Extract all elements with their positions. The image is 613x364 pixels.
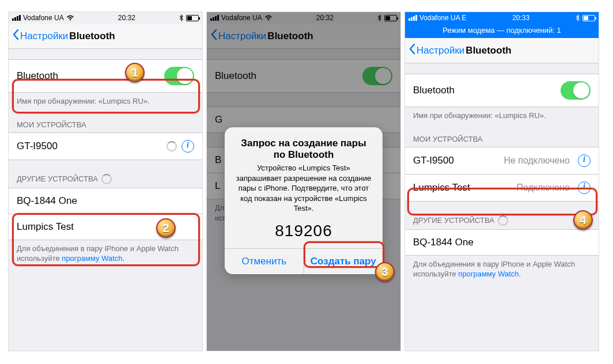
alert-title: Запрос на создание пары по Bluetooth <box>234 138 373 161</box>
bluetooth-toggle[interactable] <box>561 81 591 100</box>
pairing-alert: Запрос на создание пары по Bluetooth Уст… <box>225 127 383 274</box>
chevron-left-icon <box>12 29 19 43</box>
device-name: GT-I9500 <box>413 155 454 166</box>
status-bar: Vodafone UA 20:32 <box>9 12 202 24</box>
hotspot-banner[interactable]: Режим модема — подключений: 1 <box>405 24 599 38</box>
device-status: Подключено <box>516 183 570 193</box>
device-name: GT-I9500 <box>17 141 58 152</box>
clock-label: 20:33 <box>512 14 529 22</box>
cancel-button[interactable]: Отменить <box>225 249 304 274</box>
discoverable-footer: Имя при обнаружении: «Lumpics RU». <box>405 107 599 121</box>
bluetooth-toggle[interactable] <box>164 67 194 85</box>
spinner-icon <box>167 141 177 151</box>
other-devices-header: ДРУГИЕ УСТРОЙСТВА <box>405 215 599 229</box>
page-title: Bluetooth <box>69 31 115 42</box>
back-button[interactable]: Настройки <box>408 43 464 58</box>
watch-footer: Для объединения в пару iPhone и Apple Wa… <box>405 256 599 279</box>
device-row[interactable]: GT-I9500 Не подключено <box>405 147 599 175</box>
back-label: Настройки <box>417 45 464 56</box>
info-icon[interactable] <box>578 181 591 194</box>
watch-link[interactable]: программу Watch <box>62 254 122 263</box>
clock-label: 20:32 <box>118 14 135 22</box>
device-row[interactable]: GT-I9500 <box>9 132 202 160</box>
bluetooth-toggle-row[interactable]: Bluetooth <box>9 59 202 93</box>
battery-icon <box>582 15 595 21</box>
device-name: BQ-1844 One <box>17 195 77 207</box>
device-name: BQ-1844 One <box>413 237 474 248</box>
bluetooth-label: Bluetooth <box>413 85 455 96</box>
discoverable-footer: Имя при обнаружении: «Lumpics RU». <box>9 93 202 107</box>
device-name: Lumpics Test <box>413 182 470 194</box>
watch-link[interactable]: программу Watch <box>458 270 519 278</box>
signal-icon <box>408 15 417 21</box>
bluetooth-label: Bluetooth <box>17 70 58 82</box>
my-devices-header: МОИ УСТРОЙСТВА <box>9 120 202 132</box>
screen-2: Vodafone UA 20:32 Настройки Bluetooth Bl… <box>206 12 401 351</box>
nav-bar: Настройки Bluetooth <box>9 24 202 49</box>
device-name: Lumpics Test <box>17 221 74 233</box>
pairing-code: 819206 <box>234 222 373 240</box>
carrier-label: Vodafone UA <box>23 14 64 22</box>
bluetooth-icon <box>576 14 580 21</box>
device-row[interactable]: Lumpics Test <box>9 214 202 240</box>
back-label: Настройки <box>20 31 68 42</box>
page-title: Bluetooth <box>466 45 511 56</box>
screen-1: Vodafone UA 20:32 Настройки Bluetooth Bl… <box>8 12 203 351</box>
spinner-icon <box>101 174 112 184</box>
pair-button[interactable]: Создать пару <box>304 249 383 274</box>
alert-message: Устройство «Lumpics Test» запрашивает ра… <box>234 163 373 214</box>
wifi-icon <box>66 15 74 21</box>
bluetooth-icon <box>179 14 184 21</box>
device-row[interactable]: BQ-1844 One <box>9 188 202 214</box>
device-row[interactable]: BQ-1844 One <box>405 229 599 256</box>
status-bar: Vodafone UA E 20:33 <box>405 12 599 24</box>
my-devices-header: МОИ УСТРОЙСТВА <box>405 135 599 147</box>
device-row[interactable]: Lumpics Test Подключено <box>405 175 599 202</box>
chevron-left-icon <box>408 43 415 58</box>
back-button[interactable]: Настройки <box>12 29 68 43</box>
other-devices-header: ДРУГИЕ УСТРОЙСТВА <box>9 174 202 188</box>
battery-icon <box>186 15 199 21</box>
info-icon[interactable] <box>578 154 591 167</box>
device-status: Не подключено <box>504 156 570 166</box>
spinner-icon <box>498 215 508 226</box>
carrier-label: Vodafone UA E <box>419 14 466 22</box>
screen-3: Vodafone UA E 20:33 Режим модема — подкл… <box>404 12 599 351</box>
signal-icon <box>12 15 21 21</box>
nav-bar: Настройки Bluetooth <box>405 38 599 63</box>
bluetooth-toggle-row[interactable]: Bluetooth <box>405 74 599 107</box>
watch-footer: Для объединения в пару iPhone и Apple Wa… <box>9 240 202 264</box>
info-icon[interactable] <box>181 140 194 153</box>
